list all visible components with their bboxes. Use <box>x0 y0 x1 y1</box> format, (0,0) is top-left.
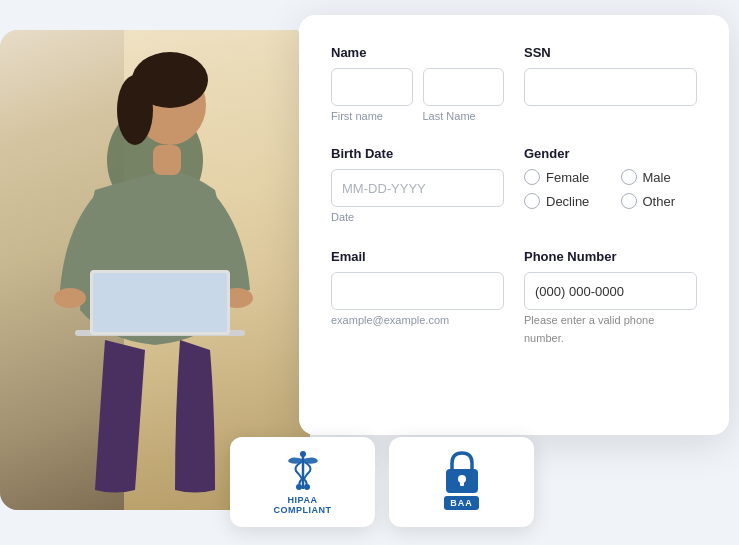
svg-rect-9 <box>153 145 181 175</box>
email-hint: example@example.com <box>331 314 449 326</box>
ssn-label: SSN <box>524 45 697 60</box>
birthdate-gender-row: Birth Date Date Gender Female Male <box>331 146 697 225</box>
hipaa-icon: HIPAA COMPLIANT <box>274 449 332 515</box>
first-name-hint: First name <box>331 110 413 122</box>
ssn-input[interactable] <box>524 68 697 106</box>
other-radio[interactable] <box>621 193 637 209</box>
other-label: Other <box>643 194 676 209</box>
hipaa-text: HIPAA COMPLIANT <box>274 495 332 515</box>
name-inputs <box>331 68 504 106</box>
gender-other-option[interactable]: Other <box>621 193 698 209</box>
phone-hint: Please enter a valid phone number. <box>524 314 654 344</box>
badge-area: HIPAA COMPLIANT BAA <box>230 437 534 527</box>
male-radio[interactable] <box>621 169 637 185</box>
gender-decline-option[interactable]: Decline <box>524 193 601 209</box>
name-group: Name First name Last Name <box>331 45 504 122</box>
email-phone-row: Email example@example.com Phone Number P… <box>331 249 697 346</box>
lock-svg <box>440 449 484 499</box>
phone-group: Phone Number Please enter a valid phone … <box>524 249 697 346</box>
email-input[interactable] <box>331 272 504 310</box>
name-label: Name <box>331 45 504 60</box>
caduceus-svg <box>282 449 324 493</box>
last-name-input[interactable] <box>423 68 505 106</box>
last-name-hint: Last Name <box>423 110 505 122</box>
svg-rect-16 <box>460 479 464 486</box>
baa-label: BAA <box>444 496 479 510</box>
gender-female-option[interactable]: Female <box>524 169 601 185</box>
gender-group: Gender Female Male Decline <box>524 146 697 225</box>
svg-point-3 <box>117 75 153 145</box>
email-label: Email <box>331 249 504 264</box>
birth-date-group: Birth Date Date <box>331 146 504 225</box>
form-card: Name First name Last Name SSN Birth Date <box>299 15 729 435</box>
birth-date-label: Birth Date <box>331 146 504 161</box>
female-label: Female <box>546 170 589 185</box>
birth-date-input[interactable] <box>331 169 504 207</box>
baa-lock-icon: BAA <box>440 449 484 515</box>
decline-radio[interactable] <box>524 193 540 209</box>
scene: Name First name Last Name SSN Birth Date <box>0 0 739 545</box>
svg-point-4 <box>54 288 86 308</box>
svg-point-11 <box>296 484 302 490</box>
first-name-input[interactable] <box>331 68 413 106</box>
gender-label: Gender <box>524 146 697 161</box>
female-radio[interactable] <box>524 169 540 185</box>
hipaa-badge-card: HIPAA COMPLIANT <box>230 437 375 527</box>
ssn-group: SSN <box>524 45 697 122</box>
male-label: Male <box>643 170 671 185</box>
gender-options: Female Male Decline Other <box>524 169 697 209</box>
birth-date-hint: Date <box>331 211 354 223</box>
baa-badge-card: BAA <box>389 437 534 527</box>
decline-label: Decline <box>546 194 589 209</box>
svg-rect-8 <box>93 273 227 332</box>
phone-label: Phone Number <box>524 249 697 264</box>
phone-input[interactable] <box>524 272 697 310</box>
email-group: Email example@example.com <box>331 249 504 346</box>
gender-male-option[interactable]: Male <box>621 169 698 185</box>
svg-point-13 <box>300 451 306 457</box>
name-ssn-row: Name First name Last Name SSN <box>331 45 697 122</box>
svg-point-12 <box>304 484 310 490</box>
